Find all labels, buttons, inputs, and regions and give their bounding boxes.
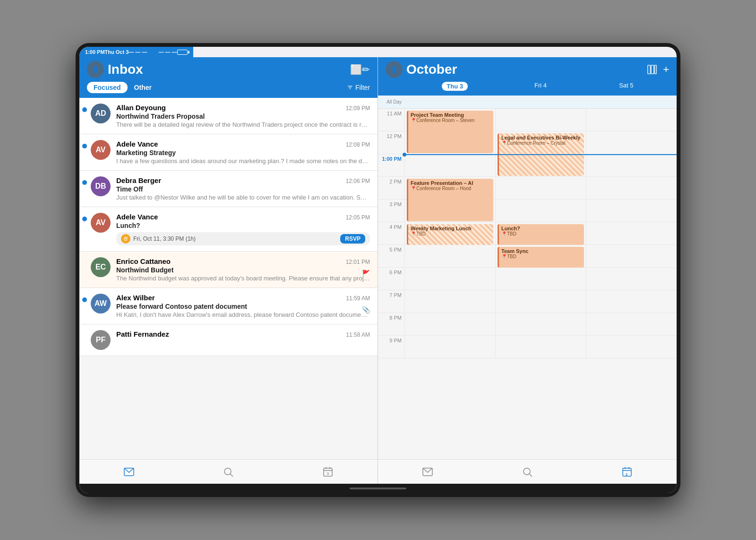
mail-item[interactable]: AV Adele Vance 12:08 PM Marketing Strate…: [79, 134, 378, 171]
day-col-fri: Team Sync 📍TBD: [495, 245, 586, 267]
mail-content: Alex Wilber 11:59 AM 📎 Please forward Co…: [116, 294, 370, 318]
mail-time: 11:59 AM: [346, 295, 370, 302]
svg-text:3: 3: [327, 472, 329, 475]
event-location: 📍Conference Room – Crystal: [501, 140, 582, 146]
time-row-6pm: 6 PM: [378, 268, 677, 290]
tab-search-mail[interactable]: [223, 466, 234, 478]
filter-button[interactable]: Filter: [347, 84, 370, 91]
cal-day-sat[interactable]: Sat 5: [584, 82, 669, 91]
time-label: 8 PM: [378, 313, 404, 335]
status-bar-right: — — —: [153, 47, 193, 57]
svg-line-16: [529, 474, 532, 477]
time-cells: Feature Presentation – AI 📍Conference Ro…: [404, 177, 677, 199]
cal-tab-bar: 3: [378, 459, 677, 484]
cal-header-icons: +: [647, 63, 669, 76]
mail-item[interactable]: PF Patti Fernandez 11:58 AM: [79, 324, 378, 356]
sender-avatar: EC: [91, 257, 111, 277]
sender-avatar: AD: [91, 104, 111, 123]
cal-day-headers: Thu 3 Fri 4 Sat 5: [386, 82, 669, 96]
cal-event[interactable]: Lunch? 📍TBD: [498, 224, 584, 245]
tab-calendar-mail[interactable]: 3: [322, 466, 334, 478]
home-bar: [350, 488, 406, 489]
sender-name: Allan Deyoung: [116, 104, 166, 112]
cal-event[interactable]: Project Team Meeting 📍Conference Room – …: [407, 111, 493, 153]
current-time-dot: [403, 153, 406, 157]
day-col-fri: [495, 268, 586, 290]
tab-focused[interactable]: Focused: [87, 82, 128, 93]
status-handle: — — —: [129, 49, 147, 55]
day-col-sat: [586, 177, 677, 199]
view-grid-icon[interactable]: [647, 64, 657, 75]
mail-item[interactable]: EC Enrico Cattaneo 12:01 PM 🚩 Northwind …: [79, 252, 378, 288]
tab-search-cal[interactable]: [522, 466, 533, 478]
time-label: 5 PM: [378, 245, 404, 267]
mail-subject: Lunch?: [116, 222, 370, 229]
unread-dot: [82, 217, 87, 221]
mail-tabs: Focused Other Filter: [87, 82, 370, 98]
day-col-thu: Weekly Marketing Lunch 📍TBD: [404, 222, 495, 244]
svg-rect-13: [655, 65, 657, 74]
mail-list[interactable]: AD Allan Deyoung 12:09 PM Northwind Trad…: [79, 98, 378, 459]
time-cells: [404, 313, 677, 335]
mail-subject: Northwind Budget: [116, 266, 370, 274]
mail-tab-bar: 3: [79, 459, 378, 484]
mail-inbox-title: Inbox: [108, 62, 143, 77]
cal-day-fri[interactable]: Fri 4: [498, 82, 583, 91]
unread-dot: [82, 107, 87, 112]
mail-item[interactable]: AW Alex Wilber 11:59 AM 📎 Please forward…: [79, 288, 378, 324]
cal-event[interactable]: Weekly Marketing Lunch 📍TBD: [407, 224, 493, 245]
tab-calendar-cal[interactable]: 3: [621, 466, 633, 478]
sender-avatar: AV: [91, 213, 111, 233]
mail-time: 12:01 PM: [346, 259, 370, 265]
day-col-thu: [404, 290, 495, 313]
mail-icon-cal: [422, 466, 433, 478]
cal-event[interactable]: Feature Presentation – AI 📍Conference Ro…: [407, 179, 493, 221]
all-day-row: All Day: [378, 96, 677, 109]
day-col-thu: Project Team Meeting 📍Conference Room – …: [404, 109, 495, 131]
svg-line-5: [231, 474, 233, 477]
status-bar-row: 1:00 PM Thu Oct 3 — — — — — —: [79, 47, 677, 57]
tab-other[interactable]: Other: [128, 82, 158, 93]
sender-name: Alex Wilber: [116, 294, 155, 302]
rsvp-button[interactable]: RSVP: [340, 234, 365, 244]
day-col-sat: [586, 154, 677, 176]
mail-item[interactable]: DB Debra Berger 12:06 PM Time Off Just t…: [79, 171, 378, 207]
mail-pane: 👤 Inbox ⬜✏ Focused Other Filter: [79, 57, 378, 484]
event-location: 📍Conference Room – Steven: [411, 118, 491, 123]
mail-content: Debra Berger 12:06 PM Time Off Just talk…: [116, 176, 370, 201]
event-title: Lunch?: [501, 226, 582, 231]
day-col-sat: [586, 109, 677, 131]
cal-event[interactable]: Team Sync 📍TBD: [498, 247, 584, 268]
cal-avatar-header: 👤: [386, 61, 403, 78]
day-col-fri: Lunch? 📍TBD: [495, 222, 586, 244]
mail-preview: I have a few questions and ideas around …: [116, 157, 370, 165]
mail-header: 👤 Inbox ⬜✏ Focused Other Filter: [79, 57, 378, 98]
mail-time: 12:06 PM: [346, 178, 370, 184]
mail-item[interactable]: AV Adele Vance 12:05 PM Lunch? ⏱ Fri, Oc…: [79, 207, 378, 252]
tab-mail[interactable]: [123, 466, 135, 478]
mail-time: 12:08 PM: [346, 141, 370, 148]
mail-time: 12:05 PM: [346, 214, 370, 221]
cal-day-thu[interactable]: Thu 3: [412, 82, 498, 91]
sender-name: Adele Vance: [116, 213, 158, 221]
mail-time: 11:58 AM: [346, 331, 370, 338]
mail-avatar-header: 👤: [87, 61, 104, 78]
event-title: Feature Presentation – AI: [411, 180, 491, 186]
time-label: 3 PM: [378, 200, 404, 222]
status-time: 1:00 PM: [85, 49, 105, 55]
time-label: 1:00 PM: [378, 154, 404, 176]
mail-item[interactable]: AD Allan Deyoung 12:09 PM Northwind Trad…: [79, 98, 378, 134]
mail-content: Enrico Cattaneo 12:01 PM 🚩 Northwind Bud…: [116, 257, 370, 282]
time-row-7pm: 7 PM: [378, 290, 677, 313]
day-col-fri: [495, 336, 586, 358]
event-badge: ⏱ Fri, Oct 11, 3:30 PM (1h) RSVP: [116, 232, 370, 245]
time-label: 4 PM: [378, 222, 404, 244]
event-title: Team Sync: [501, 248, 582, 254]
add-event-icon[interactable]: +: [663, 63, 669, 76]
compose-icon[interactable]: ⬜✏: [350, 64, 370, 75]
tab-mail-cal[interactable]: [422, 466, 433, 478]
event-time: Fri, Oct 11, 3:30 PM (1h): [133, 235, 196, 242]
mail-subject: Northwind Traders Proposal: [116, 113, 370, 120]
time-row-4pm: 4 PM Weekly Marketing Lunch 📍TBD Lun: [378, 222, 677, 245]
event-location: 📍TBD: [501, 254, 582, 259]
